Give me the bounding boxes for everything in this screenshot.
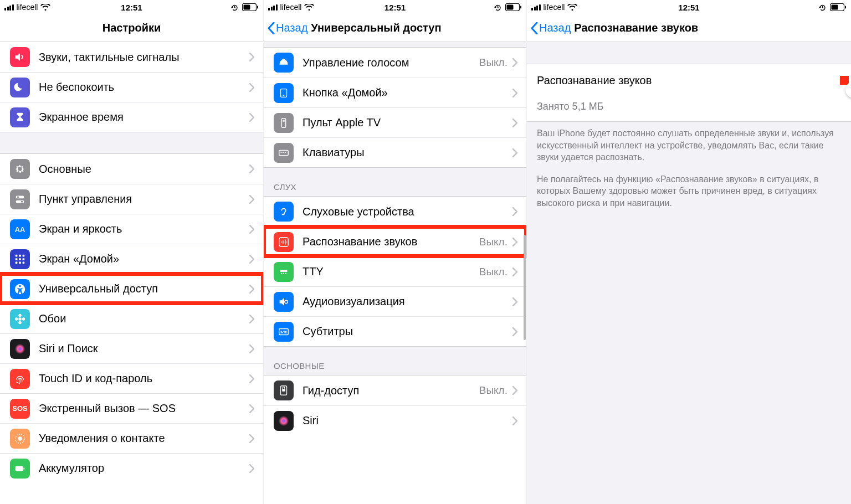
- flower-icon: [10, 309, 30, 329]
- clock: 12:51: [0, 3, 263, 12]
- keyboard-icon: [274, 143, 294, 163]
- row-label: Гид-доступ: [303, 384, 479, 397]
- settings-row-access[interactable]: Универсальный доступ: [0, 274, 263, 304]
- sound-recognition-screen: lifecell 12:51 Назад Распознавание звуко…: [526, 0, 851, 504]
- siri-icon: [274, 411, 294, 431]
- row-label: Управление голосом: [303, 56, 479, 69]
- row-label: Siri и Поиск: [39, 342, 249, 355]
- settings-row-keyboard[interactable]: Клавиатуры: [264, 137, 526, 167]
- settings-row-hourglass[interactable]: Экранное время: [0, 102, 263, 132]
- svg-point-18: [19, 285, 21, 287]
- chevron-left-icon: [530, 22, 538, 34]
- settings-row-ear[interactable]: Слуховые устройства: [264, 197, 526, 227]
- svg-point-46: [279, 415, 289, 425]
- sound-recognition-toggle-row[interactable]: Распознавание звуков: [527, 64, 851, 96]
- settings-row-contact[interactable]: Уведомления о контакте: [0, 423, 263, 453]
- svg-point-23: [22, 317, 25, 321]
- svg-point-26: [18, 436, 22, 440]
- settings-row-av[interactable]: Аудиовизуализация: [264, 286, 526, 316]
- section-header-general: ОСНОВНЫЕ: [264, 346, 526, 376]
- voice-icon: [274, 53, 294, 73]
- status-bar: lifecell 12:51: [527, 0, 851, 14]
- row-label: Универсальный доступ: [39, 282, 249, 295]
- av-icon: [274, 292, 294, 312]
- hourglass-icon: [10, 107, 30, 127]
- clock: 12:51: [527, 3, 851, 12]
- row-label: Уведомления о контакте: [39, 432, 249, 445]
- svg-rect-15: [19, 261, 21, 264]
- row-label: Экранное время: [39, 111, 249, 124]
- back-button[interactable]: Назад: [264, 22, 307, 34]
- settings-row-touchid[interactable]: Touch ID и код-пароль: [0, 363, 263, 393]
- svg-rect-40: [285, 152, 286, 153]
- settings-row-home[interactable]: Кнопка «Домой»: [264, 78, 526, 107]
- clock: 12:51: [264, 3, 526, 12]
- back-label: Назад: [276, 22, 307, 34]
- settings-row-siri[interactable]: Siri и Поиск: [0, 333, 263, 363]
- row-label: Субтитры: [303, 325, 512, 338]
- settings-row-switches[interactable]: Пункт управления: [0, 184, 263, 214]
- svg-rect-43: [279, 328, 289, 335]
- description-2: Не полагайтесь на функцию «Распознавание…: [527, 163, 851, 209]
- ear-icon: [274, 202, 294, 222]
- svg-rect-8: [16, 254, 18, 256]
- moon-icon: [10, 78, 30, 97]
- svg-point-42: [285, 300, 288, 304]
- guided-icon: [274, 380, 294, 400]
- toggle-label: Распознавание звуков: [537, 74, 842, 87]
- row-label: Обои: [39, 312, 249, 325]
- home-icon: [274, 83, 294, 103]
- settings-row-sos[interactable]: SOSЭкстренный вызов — SOS: [0, 393, 263, 423]
- section-header-hearing: СЛУХ: [264, 167, 526, 197]
- battery-icon: [10, 459, 30, 479]
- row-label: Кнопка «Домой»: [303, 86, 512, 99]
- settings-row-siri[interactable]: Siri: [264, 405, 526, 435]
- svg-rect-10: [23, 254, 25, 256]
- settings-row-cc[interactable]: Субтитры: [264, 316, 526, 346]
- tty-icon: [274, 262, 294, 282]
- row-label: Аккумулятор: [39, 462, 249, 475]
- svg-rect-28: [23, 467, 24, 470]
- settings-row-battery[interactable]: Аккумулятор: [0, 453, 263, 483]
- sound-icon: [274, 232, 294, 252]
- svg-point-24: [15, 343, 25, 353]
- settings-row-remote[interactable]: Пульт Apple TV: [264, 107, 526, 137]
- settings-row-voice[interactable]: Управление голосомВыкл.: [264, 48, 526, 78]
- contact-icon: [10, 429, 30, 449]
- row-label: Экстренный вызов — SOS: [39, 402, 249, 415]
- settings-row-moon[interactable]: Не беспокоить: [0, 72, 263, 102]
- svg-point-20: [18, 313, 22, 317]
- row-label: Слуховые устройства: [303, 205, 512, 218]
- siri-icon: [10, 339, 30, 359]
- nav-bar: Настройки: [0, 14, 263, 42]
- nav-bar: Назад Универсальный доступ: [264, 14, 526, 42]
- svg-rect-14: [16, 261, 18, 264]
- svg-rect-11: [16, 258, 18, 260]
- row-label: Не беспокоить: [39, 81, 249, 94]
- row-label: Пункт управления: [39, 193, 249, 205]
- svg-rect-45: [282, 389, 285, 392]
- svg-rect-39: [283, 152, 284, 153]
- settings-row-gear[interactable]: Основные: [0, 154, 263, 184]
- row-value: Выкл.: [479, 56, 507, 69]
- row-label: Touch ID и код-пароль: [39, 372, 249, 385]
- settings-row-flower[interactable]: Обои: [0, 304, 263, 333]
- gear-icon: [10, 159, 30, 179]
- sounds-icon: [10, 47, 30, 67]
- settings-row-sounds[interactable]: Звуки, тактильные сигналы: [0, 42, 263, 72]
- settings-row-tty[interactable]: TTYВыкл.: [264, 256, 526, 286]
- accessibility-screen: lifecell 12:51 Назад Универсальный досту…: [263, 0, 526, 504]
- sos-icon: SOS: [10, 399, 30, 419]
- settings-row-guided[interactable]: Гид-доступВыкл.: [264, 376, 526, 405]
- description-1: Ваш iPhone будет постоянно слушать опред…: [527, 122, 851, 163]
- svg-rect-35: [281, 118, 285, 127]
- settings-row-sound[interactable]: Распознавание звуковВыкл.: [264, 227, 526, 256]
- settings-row-aa[interactable]: AAЭкран и яркость: [0, 214, 263, 244]
- back-button[interactable]: Назад: [527, 22, 571, 34]
- row-label: Звуки, тактильные сигналы: [39, 51, 249, 64]
- svg-rect-9: [19, 254, 21, 256]
- svg-rect-38: [281, 152, 282, 153]
- svg-rect-16: [23, 261, 25, 264]
- settings-row-grid[interactable]: Экран «Домой»: [0, 244, 263, 274]
- row-label: Клавиатуры: [303, 146, 512, 159]
